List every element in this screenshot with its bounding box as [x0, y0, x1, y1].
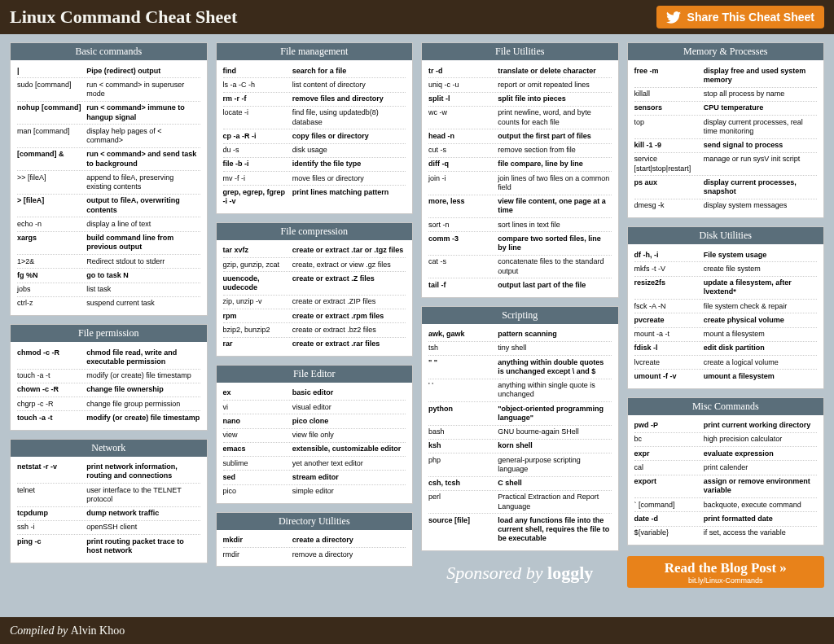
command-desc: display current processes, snapshot: [704, 178, 817, 197]
command-row: more, lessview file content, one page at…: [428, 195, 612, 219]
command-desc: change file ownership: [86, 385, 200, 394]
command-name: sublime: [223, 459, 292, 468]
command-name: umount -f -v: [634, 372, 704, 381]
command-desc: display free and used system memory: [704, 67, 817, 85]
command-name: pico: [223, 487, 292, 496]
command-row: gzip, gunzip, zcatcreate, extract or vie…: [223, 258, 406, 272]
command-desc: split file into pieces: [498, 94, 611, 103]
command-desc: "object-oriented programming language": [498, 405, 611, 423]
card-title: Scripting: [422, 307, 618, 324]
command-desc: search for a file: [292, 67, 406, 76]
card-filemgmt: File managementfindsearch for a filels -…: [216, 42, 414, 214]
command-name: mv -f -i: [223, 174, 292, 183]
command-row: sort -nsort lines in text file: [428, 218, 612, 232]
command-desc: mount a filesystem: [704, 330, 817, 339]
card-memory: Memory & Processesfree -mdisplay free an…: [627, 42, 825, 218]
command-desc: print formatted date: [704, 515, 817, 524]
card-title: Misc Commands: [628, 398, 824, 415]
command-name: rar: [223, 340, 292, 348]
command-desc: create or extract .ZIP files: [292, 297, 406, 306]
command-row: cp -a -R -icopy files or directory: [223, 129, 406, 143]
command-name: sudo [command]: [17, 81, 86, 99]
command-name: sensors: [634, 103, 704, 112]
footer-prefix: Compiled by: [10, 624, 68, 637]
command-desc: output last part of the file: [498, 281, 611, 290]
card-title: Memory & Processes: [628, 43, 824, 60]
command-desc: print routing packet trace to host netwo…: [86, 537, 200, 556]
sponsor-line: Sponsored by loggly: [421, 563, 619, 584]
command-name: service [start|stop|restart]: [634, 155, 704, 173]
command-name: gzip, gunzip, zcat: [223, 261, 292, 269]
command-desc: Redirect stdout to stderr: [86, 257, 200, 266]
command-name: ksh: [428, 441, 498, 450]
command-row: findsearch for a file: [223, 64, 406, 78]
command-name: resize2fs: [634, 278, 704, 297]
command-row: killallstop all process by name: [634, 88, 818, 102]
blog-button[interactable]: Read the Blog Post » bit.ly/Linux-Comman…: [627, 556, 825, 588]
card-fileperm: File permissionchmod -c -Rchmod file rea…: [10, 324, 208, 431]
command-row: sublimeyet another text editor: [223, 457, 406, 471]
command-desc: remove files and directory: [292, 94, 406, 103]
command-name: mkdir: [223, 536, 292, 545]
command-row: python"object-oriented programming langu…: [428, 402, 612, 426]
page-footer: Compiled by Alvin Khoo: [0, 617, 834, 644]
command-desc: output the first part of files: [498, 132, 611, 141]
sponsor-name: loggly: [547, 563, 593, 583]
command-name: tar xvfz: [223, 246, 292, 255]
command-desc: load any functions file into the current…: [498, 516, 611, 544]
command-desc: pico clone: [292, 417, 406, 426]
command-desc: print network information, routing and c…: [86, 462, 200, 481]
command-name: wc -w: [428, 108, 498, 127]
command-name: bc: [634, 435, 704, 444]
command-name: tail -f: [428, 281, 498, 290]
command-row: fdisk -ledit disk partition: [634, 342, 818, 356]
command-desc: dump network traffic: [86, 509, 200, 518]
command-name: file -b -i: [223, 160, 292, 169]
command-name: locate -i: [223, 108, 292, 127]
share-label: Share This Cheat Sheet: [687, 11, 814, 24]
command-desc: compare two sorted files, line by line: [498, 234, 611, 253]
command-desc: CPU temperature: [704, 103, 817, 112]
command-desc: find file, using updatedb(8) database: [292, 108, 406, 127]
command-row: rmdirremove a directory: [223, 548, 406, 561]
command-row: uniq -c -ureport or omit repeated lines: [428, 78, 612, 92]
command-name: pwd -P: [634, 421, 704, 430]
command-desc: remove a directory: [292, 550, 406, 559]
command-desc: basic editor: [292, 388, 406, 397]
command-row: man [command]display help pages of < com…: [17, 125, 200, 148]
command-name: cal: [634, 463, 704, 472]
command-name: > [fileA]: [17, 196, 86, 215]
command-name: expr: [634, 449, 704, 458]
command-name: csh, tcsh: [428, 479, 498, 488]
command-name: xargs: [17, 234, 86, 252]
command-row: bashGNU bourne-again SHell: [428, 426, 612, 440]
command-name: export: [634, 477, 704, 496]
command-name: tsh: [428, 344, 498, 353]
command-name: vi: [223, 403, 292, 412]
command-row: ping -cprint routing packet trace to hos…: [17, 535, 200, 558]
command-name: df -h, -i: [634, 251, 704, 260]
command-row: umount -f -vumount a filesystem: [634, 370, 818, 383]
command-row: split -lsplit file into pieces: [428, 93, 612, 107]
command-row: touch -a -tmodify (or create) file times…: [17, 411, 200, 424]
command-row: join -ijoin lines of two files on a comm…: [428, 172, 612, 195]
command-name: chmod -c -R: [17, 348, 86, 367]
command-name: head -n: [428, 132, 498, 141]
blog-title: Read the Blog Post »: [627, 560, 825, 576]
command-desc: display system messages: [704, 201, 817, 210]
column-4: Memory & Processesfree -mdisplay free an…: [627, 42, 825, 617]
command-row: ` [command]backquote, execute command: [634, 498, 818, 512]
command-name: nano: [223, 417, 292, 426]
command-row: [command] &run < command> and send task …: [17, 148, 200, 172]
command-row: touch -a -tmodify (or create) file times…: [17, 370, 200, 383]
command-row: pvcreatecreate physical volume: [634, 313, 818, 327]
command-desc: create or extract .tar or .tgz files: [292, 246, 406, 255]
command-row: |Pipe (redirect) output: [17, 64, 200, 78]
command-desc: go to task N: [86, 271, 200, 280]
command-row: mv -f -imove files or directory: [223, 172, 406, 186]
command-row: bzip2, bunzip2create or extract .bz2 fil…: [223, 323, 406, 337]
command-row: tar xvfzcreate or extract .tar or .tgz f…: [223, 244, 406, 258]
command-name: rmdir: [223, 550, 292, 559]
share-button[interactable]: Share This Cheat Sheet: [656, 6, 824, 28]
command-desc: anything within double quotes is unchang…: [498, 358, 611, 377]
